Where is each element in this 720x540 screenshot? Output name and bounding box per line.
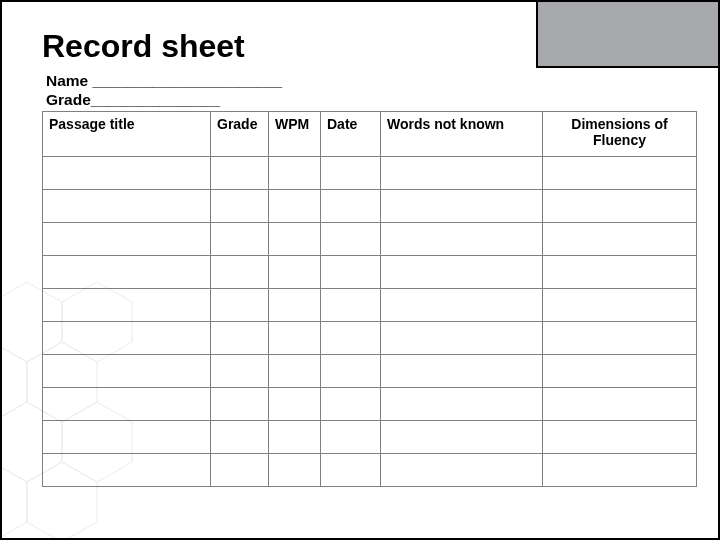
table-row <box>43 289 697 322</box>
cell-date <box>321 190 381 223</box>
cell-date <box>321 421 381 454</box>
table-row <box>43 388 697 421</box>
cell-passage_title <box>43 322 211 355</box>
cell-wpm <box>269 157 321 190</box>
cell-passage_title <box>43 289 211 322</box>
cell-wpm <box>269 421 321 454</box>
cell-words_not_known <box>381 190 543 223</box>
col-date: Date <box>321 112 381 157</box>
col-passage-title: Passage title <box>43 112 211 157</box>
cell-grade <box>211 388 269 421</box>
cell-grade <box>211 322 269 355</box>
cell-dimensions <box>543 256 697 289</box>
cell-date <box>321 157 381 190</box>
cell-grade <box>211 454 269 487</box>
cell-grade <box>211 223 269 256</box>
cell-wpm <box>269 190 321 223</box>
cell-wpm <box>269 289 321 322</box>
cell-grade <box>211 190 269 223</box>
table-row <box>43 355 697 388</box>
table-row <box>43 223 697 256</box>
table-row <box>43 322 697 355</box>
name-field-line: Name ______________________ <box>46 71 702 90</box>
cell-date <box>321 289 381 322</box>
cell-dimensions <box>543 421 697 454</box>
cell-passage_title <box>43 355 211 388</box>
cell-dimensions <box>543 454 697 487</box>
cell-wpm <box>269 388 321 421</box>
table-row <box>43 421 697 454</box>
col-grade: Grade <box>211 112 269 157</box>
cell-grade <box>211 256 269 289</box>
cell-words_not_known <box>381 355 543 388</box>
col-wpm: WPM <box>269 112 321 157</box>
cell-grade <box>211 355 269 388</box>
cell-words_not_known <box>381 421 543 454</box>
table-row <box>43 190 697 223</box>
meta-fields: Name ______________________ Grade_______… <box>46 71 702 110</box>
table-header-row: Passage title Grade WPM Date Words not k… <box>43 112 697 157</box>
svg-marker-7 <box>0 462 27 540</box>
cell-dimensions <box>543 190 697 223</box>
cell-passage_title <box>43 421 211 454</box>
table-row <box>43 256 697 289</box>
cell-passage_title <box>43 256 211 289</box>
cell-words_not_known <box>381 388 543 421</box>
cell-date <box>321 388 381 421</box>
cell-date <box>321 322 381 355</box>
cell-dimensions <box>543 289 697 322</box>
cell-passage_title <box>43 454 211 487</box>
cell-dimensions <box>543 355 697 388</box>
cell-wpm <box>269 223 321 256</box>
cell-dimensions <box>543 388 697 421</box>
cell-words_not_known <box>381 157 543 190</box>
cell-grade <box>211 157 269 190</box>
record-table-wrap: Passage title Grade WPM Date Words not k… <box>42 111 696 487</box>
cell-dimensions <box>543 223 697 256</box>
cell-wpm <box>269 322 321 355</box>
cell-wpm <box>269 355 321 388</box>
cell-wpm <box>269 454 321 487</box>
cell-passage_title <box>43 157 211 190</box>
cell-passage_title <box>43 223 211 256</box>
decorative-corner-box <box>536 2 718 68</box>
cell-date <box>321 355 381 388</box>
cell-words_not_known <box>381 454 543 487</box>
cell-date <box>321 223 381 256</box>
cell-words_not_known <box>381 289 543 322</box>
cell-words_not_known <box>381 223 543 256</box>
table-row <box>43 157 697 190</box>
cell-date <box>321 256 381 289</box>
table-row <box>43 454 697 487</box>
record-table: Passage title Grade WPM Date Words not k… <box>42 111 697 487</box>
cell-grade <box>211 289 269 322</box>
cell-words_not_known <box>381 322 543 355</box>
svg-marker-3 <box>0 342 27 422</box>
cell-wpm <box>269 256 321 289</box>
cell-date <box>321 454 381 487</box>
grade-field-line: Grade_______________ <box>46 90 702 109</box>
cell-passage_title <box>43 190 211 223</box>
cell-dimensions <box>543 157 697 190</box>
cell-passage_title <box>43 388 211 421</box>
col-dimensions: Dimensions of Fluency <box>543 112 697 157</box>
col-words-not-known: Words not known <box>381 112 543 157</box>
cell-words_not_known <box>381 256 543 289</box>
cell-grade <box>211 421 269 454</box>
slide: Record sheet Name ______________________… <box>0 0 720 540</box>
cell-dimensions <box>543 322 697 355</box>
